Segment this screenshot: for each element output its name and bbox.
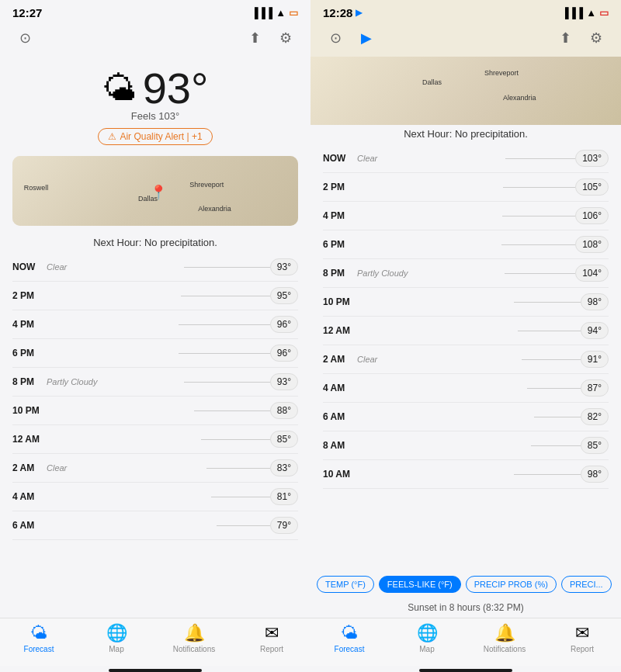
hourly-row: 6 AM 79° [12,511,298,540]
search-icon-right[interactable]: ⊙ [323,26,348,50]
status-bar-left: 12:27 ▐▐▐ ▲ ▭ [0,0,310,23]
sun-icon-left: 🌤 [102,69,137,108]
hourly-row: 4 AM 81° [12,483,298,511]
temp-badge: 106° [575,207,609,224]
hour-label: 2 PM [12,290,47,301]
temp-badge: 98° [581,293,609,310]
search-icon-left[interactable]: ⊙ [12,26,37,50]
hourly-row: NOW Clear 93° [12,253,298,282]
air-quality-alert-badge[interactable]: ⚠ Air Quality Alert | +1 [98,128,212,145]
wifi-icon-left: ▲ [276,7,286,19]
temp-line [505,273,575,274]
temp-line-container [411,387,581,389]
temp-display: 🌤 93° [102,63,209,113]
temp-line-container [101,525,270,526]
map-label-roswell: Roswell [24,184,49,192]
share-icon-left[interactable]: ⬆ [242,26,267,50]
hourly-list-left[interactable]: NOW Clear 93° 2 PM 95° 4 PM 96° 6 PM 96°… [0,253,310,618]
filter-chip[interactable]: FEELS-LIKE (°F) [379,576,461,593]
tab-item-notifications[interactable]: 🔔 Notifications [466,623,543,653]
temp-badge: 103° [575,150,609,167]
hour-label: 4 PM [323,210,357,221]
tab-icon: 🌐 [106,623,127,643]
time-left: 12:27 [12,6,42,19]
location-icon-right[interactable]: ▶ [354,26,379,50]
temp-line [527,388,581,389]
temp-badge: 98° [581,466,609,483]
temp-line [531,445,581,446]
settings-icon-right[interactable]: ⚙ [584,26,609,50]
temp-badge: 95° [270,287,298,304]
signal-icon-right: ▐▐▐ [561,7,583,19]
temp-badge: 96° [270,316,298,333]
tab-item-notifications[interactable]: 🔔 Notifications [155,623,233,653]
map-left[interactable]: 📍 Roswell Dallas Shreveport Alexandria [12,156,298,226]
hour-label: 2 PM [323,182,357,192]
time-right: 12:28 [323,6,352,19]
hour-label: 8 PM [323,268,357,279]
hour-label: 12 AM [12,434,47,445]
temp-line-container [101,266,270,268]
temp-line-container [411,244,575,245]
hourly-row: 10 AM 98° [323,460,609,489]
tab-item-forecast[interactable]: 🌤 Forecast [310,623,388,653]
tab-label: Map [419,645,434,653]
hourly-row: 2 PM 95° [12,282,298,310]
tab-icon: 🌐 [417,623,438,643]
tab-item-forecast[interactable]: 🌤 Forecast [0,623,78,653]
status-bar-right: 12:28 ▶ ▐▐▐ ▲ ▭ [310,0,621,23]
nav-left-right: ⊙ ▶ [323,26,379,50]
map-label-alexandria-right: Alexandria [503,94,536,102]
temp-line-container [411,186,575,188]
hour-label: 10 PM [323,296,357,307]
battery-icon-left: ▭ [289,7,298,19]
hour-label: 6 PM [12,348,47,359]
filter-chip[interactable]: TEMP (°F) [317,576,374,593]
settings-icon-left[interactable]: ⚙ [273,26,298,50]
tab-label: Notifications [484,645,526,653]
temp-line-container [411,416,581,417]
temp-line-container [411,272,575,274]
temp-line-container [101,295,270,296]
tab-item-report[interactable]: ✉ Report [233,623,310,653]
temp-line-container [101,381,270,383]
status-icons-left: ▐▐▐ ▲ ▭ [251,7,298,19]
tab-bar-left: 🌤 Forecast 🌐 Map 🔔 Notifications ✉ Repor… [0,618,310,666]
hour-label: 10 PM [12,405,47,416]
temp-badge: 83° [270,459,298,476]
status-icons-right: ▐▐▐ ▲ ▭ [561,7,609,19]
share-icon-right[interactable]: ⬆ [553,26,578,50]
hourly-row: 12 AM 94° [323,317,609,345]
tab-item-map[interactable]: 🌐 Map [388,623,466,653]
temp-line [179,353,270,354]
tab-item-map[interactable]: 🌐 Map [78,623,155,653]
hour-label: 4 AM [323,383,357,393]
wifi-icon-right: ▲ [586,7,596,19]
temp-line [194,410,270,411]
hour-label: 10 AM [323,469,357,480]
temp-line [514,474,581,475]
tab-label: Forecast [24,645,54,653]
map-label-alexandria: Alexandria [198,205,231,213]
hour-label: 8 AM [323,440,357,451]
temp-line [211,497,270,497]
hour-label: 2 AM [12,462,47,473]
hour-label: 6 PM [323,239,357,250]
hourly-row: 8 PM Partly Cloudy 93° [12,368,298,397]
filter-chip[interactable]: PRECIP PROB (%) [466,576,557,593]
map-label-shreveport: Shreveport [189,181,224,189]
tab-label: Report [571,645,594,653]
top-nav-right: ⊙ ▶ ⬆ ⚙ [310,23,621,57]
temp-line-container [411,473,581,475]
hourly-row: 4 PM 96° [12,310,298,339]
temp-line [206,468,270,469]
map-label-dallas: Dallas [138,195,158,203]
tab-item-report[interactable]: ✉ Report [543,623,621,653]
hourly-list-right[interactable]: NOW Clear 103° 2 PM 105° 4 PM 106° 6 PM … [310,144,621,570]
tab-bar-right: 🌤 Forecast 🌐 Map 🔔 Notifications ✉ Repor… [310,618,621,666]
map-right[interactable]: Dallas Shreveport Alexandria [310,57,621,125]
filter-chip[interactable]: PRECI... [561,576,612,593]
hourly-row: 2 AM Clear 83° [12,454,298,483]
hour-label: 4 PM [12,319,47,330]
hour-label: NOW [12,262,47,272]
